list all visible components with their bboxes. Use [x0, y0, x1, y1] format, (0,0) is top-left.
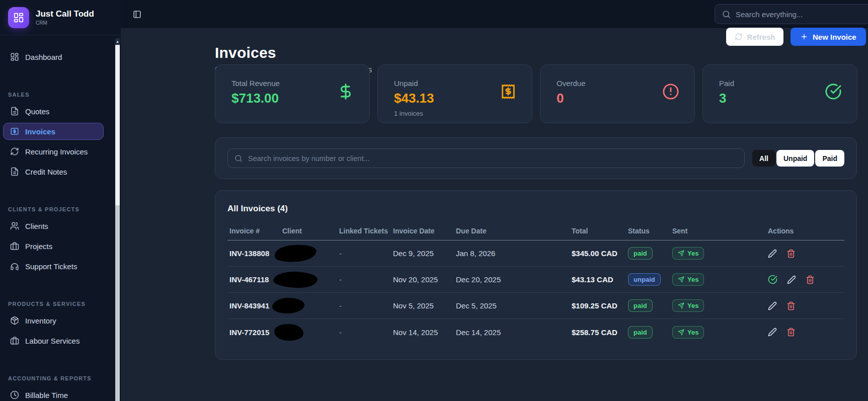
invoices-table-card: All Invoices (4) Invoice #ClientLinked T…	[215, 190, 857, 360]
delete-invoice-button[interactable]	[786, 328, 796, 337]
sidebar-section: CLIENTS & PROJECTSClientsProjectsSupport…	[0, 206, 121, 275]
table-title: All Invoices (4)	[227, 204, 844, 214]
sidebar-item-inventory[interactable]: Inventory	[3, 312, 104, 329]
linked-tickets: -	[337, 249, 391, 258]
column-header-sent: Sent	[670, 227, 766, 235]
refresh-button[interactable]: Refresh	[726, 28, 783, 46]
invoice-number: INV-467118	[227, 275, 280, 284]
delete-invoice-button[interactable]	[806, 275, 815, 284]
delete-invoice-button[interactable]	[786, 249, 796, 258]
invoice-number: INV-138808	[227, 249, 280, 258]
sidebar-toggle-button[interactable]	[133, 10, 141, 20]
client-cell	[280, 245, 337, 262]
sidebar-section-label: ACCOUNTING & REPORTS	[0, 375, 121, 382]
sidebar-item-label: Credit Notes	[25, 168, 67, 176]
sidebar-item-billable-time[interactable]: Billable Time	[3, 386, 104, 401]
sidebar: Just Call Todd CRM DashboardSALESQuotesI…	[0, 0, 121, 401]
sidebar-section-label: SALES	[0, 92, 121, 99]
sidebar-scrollbar-thumb[interactable]	[115, 45, 120, 205]
due-date: Dec 5, 2025	[454, 301, 570, 310]
table-row: INV-467118-Nov 20, 2025Dec 20, 2025$43.1…	[227, 267, 844, 293]
file-icon	[10, 167, 19, 176]
trash-icon	[806, 275, 815, 284]
invoice-date: Nov 5, 2025	[391, 301, 454, 310]
invoice-date: Nov 14, 2025	[391, 328, 454, 337]
sidebar-item-recurring-invoices[interactable]: Recurring Invoices	[3, 143, 104, 160]
client-cell	[280, 298, 337, 313]
actions-cell	[766, 301, 852, 310]
client-cell	[280, 324, 337, 341]
app-logo	[8, 7, 29, 28]
sidebar-item-label: Labour Services	[25, 337, 80, 345]
receipt-icon	[500, 83, 517, 100]
global-search-input[interactable]	[736, 10, 851, 19]
dollar-icon	[337, 83, 354, 100]
edit-invoice-button[interactable]	[787, 275, 796, 284]
pencil-icon	[768, 301, 777, 310]
filter-button-paid[interactable]: Paid	[815, 150, 844, 167]
edit-invoice-button[interactable]	[768, 301, 777, 310]
stat-card-paid: Paid3	[702, 64, 857, 123]
invoice-date: Nov 20, 2025	[391, 275, 454, 284]
linked-tickets: -	[337, 301, 391, 310]
header-actions: Refresh New Invoice	[726, 28, 866, 46]
new-invoice-button[interactable]: New Invoice	[791, 28, 866, 46]
status-badge: unpaid	[628, 273, 661, 286]
sidebar-item-clients[interactable]: Clients	[3, 217, 104, 234]
app-title: Just Call Todd	[36, 9, 94, 19]
due-date: Dec 20, 2025	[454, 275, 570, 284]
sidebar-item-label: Clients	[25, 222, 48, 230]
column-header-invoice-date: Invoice Date	[391, 227, 454, 235]
sidebar-item-labour-services[interactable]: Labour Services	[3, 332, 104, 349]
sidebar-item-quotes[interactable]: Quotes	[3, 103, 104, 120]
filter-button-all[interactable]: All	[752, 150, 775, 167]
table-row: INV-843941-Nov 5, 2025Dec 5, 2025$109.25…	[227, 293, 844, 319]
sidebar-item-support-tickets[interactable]: Support Tickets	[3, 258, 104, 275]
invoice-search-input[interactable]	[248, 154, 738, 163]
sidebar-item-label: Support Tickets	[25, 262, 77, 271]
page-title: Invoices	[215, 44, 372, 61]
due-date: Dec 14, 2025	[454, 328, 570, 337]
invoice-total: $258.75 CAD	[570, 328, 626, 337]
redacted-client-name	[274, 244, 317, 263]
sidebar-section: SALESQuotesInvoicesRecurring InvoicesCre…	[0, 92, 121, 180]
sidebar-item-dashboard[interactable]: Dashboard	[3, 48, 104, 65]
sidebar-item-label: Billable Time	[25, 391, 68, 399]
edit-invoice-button[interactable]	[768, 249, 777, 258]
check-circle-icon	[768, 275, 777, 284]
stat-card-overdue: Overdue0	[540, 64, 695, 123]
sent-label: Yes	[687, 276, 698, 283]
app-subtitle: CRM	[36, 20, 94, 26]
status-cell: unpaid	[626, 273, 670, 286]
redacted-client-name	[273, 271, 318, 288]
column-header-actions: Actions	[766, 227, 850, 235]
sent-badge: Yes	[672, 326, 704, 339]
sidebar-item-credit-notes[interactable]: Credit Notes	[3, 163, 104, 180]
column-header-client: Client	[280, 227, 337, 235]
sidebar-item-invoices[interactable]: Invoices	[3, 123, 104, 140]
column-header-status: Status	[626, 227, 670, 235]
stat-subtext: 1 invoices	[394, 110, 532, 117]
status-badge: paid	[628, 299, 653, 312]
sent-cell: Yes	[670, 299, 766, 312]
pencil-icon	[768, 249, 777, 258]
sidebar-item-projects[interactable]: Projects	[3, 237, 104, 255]
sidebar-scrollbar-up-arrow[interactable]: ▲	[115, 38, 120, 45]
sent-badge: Yes	[672, 299, 704, 312]
status-cell: paid	[626, 247, 670, 260]
file-icon	[10, 107, 19, 116]
sent-badge: Yes	[672, 273, 704, 286]
linked-tickets: -	[337, 275, 391, 284]
new-invoice-button-label: New Invoice	[813, 33, 856, 41]
refresh-icon	[735, 33, 743, 41]
sent-badge: Yes	[672, 247, 704, 260]
column-header-due-date: Due Date	[454, 227, 570, 235]
filter-button-unpaid[interactable]: Unpaid	[776, 150, 814, 167]
edit-invoice-button[interactable]	[768, 328, 777, 337]
pencil-icon	[768, 328, 777, 337]
delete-invoice-button[interactable]	[786, 301, 796, 310]
sidebar-item-label: Quotes	[25, 107, 49, 116]
mark-paid-button[interactable]	[768, 275, 777, 284]
column-header-linked-tickets: Linked Tickets	[337, 227, 391, 235]
sent-cell: Yes	[670, 273, 766, 286]
